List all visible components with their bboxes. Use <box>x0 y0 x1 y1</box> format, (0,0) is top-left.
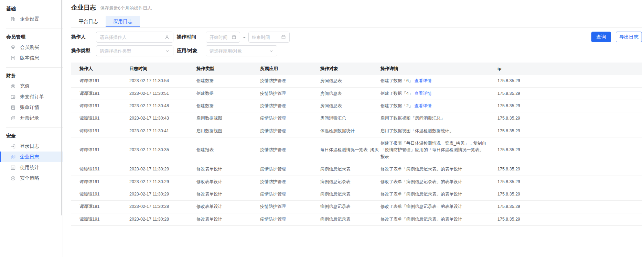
bill-detail-icon <box>10 105 16 110</box>
sidebar-item-invoice-records[interactable]: 开票记录 <box>0 113 63 123</box>
sidebar-scrollbar[interactable] <box>61 0 62 215</box>
cell-detail: 修改了表单「病例信息记录表」的表单设计 <box>372 176 489 188</box>
filter-actions: 查询 导出日志 <box>591 32 642 42</box>
type-select[interactable] <box>96 45 173 56</box>
operator-label: 操作人 <box>71 34 96 40</box>
query-button[interactable]: 查询 <box>591 32 611 42</box>
cell-app: 疫情防护管理 <box>252 163 312 175</box>
sidebar-item-membership-purchase[interactable]: 会员购买 <box>0 42 63 53</box>
sidebar-item-unpaid-orders[interactable]: 未支付订单 <box>0 91 63 102</box>
table-row: 谭谭谭191 2023-02-17 11:30:35 创建报表 疫情防护管理 每… <box>71 137 642 163</box>
detail-text: 创建了数据「6」 <box>380 78 413 83</box>
cell-ip: 175.8.35.29 <box>489 163 642 175</box>
table-row: 谭谭谭191 2023-02-17 11:30:28 修改表单设计 疫情防护管理… <box>71 213 642 226</box>
recharge-icon <box>10 83 16 89</box>
view-details-link[interactable]: 查看详情 <box>414 78 431 83</box>
detail-text: 修改了表单「病例信息记录表」的表单设计 <box>380 217 462 222</box>
sidebar-item-org-settings[interactable]: 企业设置 <box>0 14 63 24</box>
export-logs-button[interactable]: 导出日志 <box>616 32 642 42</box>
sidebar-item-version-info[interactable]: 版本信息 <box>0 53 63 63</box>
cell-detail: 创建了报表「每日体温检测情况一览表_拷贝」，复制自「疫情防护管理」应用的「每日体… <box>372 137 489 163</box>
cell-operation-type: 创建报表 <box>188 144 252 156</box>
cell-object: 体温检测数据统计 <box>312 125 372 137</box>
table-row: 谭谭谭191 2023-02-17 11:30:28 修改表单设计 疫情防护管理… <box>71 201 642 213</box>
cell-operator: 谭谭谭191 <box>71 125 121 137</box>
table-row: 谭谭谭191 2023-02-17 11:30:29 修改表单设计 疫情防护管理… <box>71 176 642 188</box>
login-log-icon <box>10 144 16 149</box>
tabbar: 平台日志 应用日志 <box>71 16 642 27</box>
invoice-record-icon <box>10 115 16 121</box>
cell-operator: 谭谭谭191 <box>71 75 121 87</box>
cell-object: 房间消毒汇总 <box>312 112 372 124</box>
sidebar-item-label: 企业日志 <box>20 154 39 160</box>
detail-text: 修改了表单「病例信息记录表」的表单设计 <box>380 167 462 171</box>
sidebar-item-recharge[interactable]: 充值 <box>0 81 63 91</box>
tab-platform-logs[interactable]: 平台日志 <box>71 16 106 27</box>
sidebar-item-bill-details[interactable]: 账单详情 <box>0 102 63 113</box>
detail-text: 启用了数据视图「体温检测数据统计」 <box>380 128 454 133</box>
detail-text: 修改了表单「病例信息记录表」的表单设计 <box>380 204 462 209</box>
cell-log-time: 2023-02-17 11:30:29 <box>121 188 188 200</box>
detail-text: 启用了数据视图「房间消毒汇总」 <box>380 116 445 121</box>
main-content: 企业日志 保存最近6个月的操作日志 平台日志 应用日志 操作人 操作时间 <box>63 0 644 257</box>
cell-operator: 谭谭谭191 <box>71 201 121 213</box>
cell-ip: 175.8.35.29 <box>489 213 642 225</box>
filter-row-2: 操作类型 应用/对象 <box>71 45 642 56</box>
detail-text: 创建了报表「每日体温检测情况一览表_拷贝」，复制自「疫情防护管理」应用的「每日体… <box>380 141 486 159</box>
cell-object: 病例信息记录表 <box>312 163 372 175</box>
col-object: 操作对象 <box>312 63 372 75</box>
start-time-picker[interactable] <box>206 32 240 43</box>
sidebar-item-usage-stats[interactable]: 使用统计 <box>0 162 63 173</box>
col-detail: 操作详情 <box>372 63 489 75</box>
app-object-select[interactable] <box>206 45 277 56</box>
security-policy-icon <box>10 176 16 181</box>
end-time-picker[interactable] <box>248 32 290 43</box>
view-details-link[interactable]: 查看详情 <box>414 103 431 108</box>
view-details-link[interactable]: 查看详情 <box>414 91 431 96</box>
sidebar-item-label: 版本信息 <box>20 55 39 61</box>
detail-text: 创建了数据「2」 <box>380 103 413 108</box>
cell-operator: 谭谭谭191 <box>71 163 121 175</box>
sidebar-item-label: 充值 <box>20 83 30 89</box>
operator-select[interactable] <box>96 32 173 43</box>
time-range-label: 操作时间 <box>177 34 206 40</box>
cell-log-time: 2023-02-17 11:30:41 <box>121 125 188 137</box>
col-operation-type: 操作类型 <box>188 63 252 75</box>
col-operator: 操作人 <box>71 63 121 75</box>
type-input[interactable] <box>100 48 165 54</box>
cell-app: 疫情防护管理 <box>252 75 312 87</box>
cell-app: 疫情防护管理 <box>252 188 312 200</box>
end-time-input[interactable] <box>252 35 281 40</box>
sidebar-item-enterprise-logs[interactable]: 企业日志 <box>0 152 63 162</box>
cell-log-time: 2023-02-17 11:30:43 <box>121 112 188 124</box>
cell-object: 病例信息记录表 <box>312 176 372 188</box>
col-log-time: 日志时间 <box>121 63 188 75</box>
cell-ip: 175.8.35.29 <box>489 75 642 87</box>
table-row: 谭谭谭191 2023-02-17 11:30:29 修改表单设计 疫情防护管理… <box>71 188 642 201</box>
table-header-row: 操作人 日志时间 操作类型 所属应用 操作对象 操作详情 ip <box>71 63 642 75</box>
cell-operation-type: 修改表单设计 <box>188 201 252 213</box>
cell-object: 房间信息表 <box>312 75 372 87</box>
table-row: 谭谭谭191 2023-02-17 11:30:43 启用数据视图 疫情防护管理… <box>71 112 642 125</box>
app-object-input[interactable] <box>210 48 269 54</box>
cell-operator: 谭谭谭191 <box>71 88 121 100</box>
start-time-input[interactable] <box>210 35 232 40</box>
table-row: 谭谭谭191 2023-02-17 11:30:29 修改表单设计 疫情防护管理… <box>71 163 642 176</box>
cell-object: 房间信息表 <box>312 100 372 112</box>
page-subtitle: 保存最近6个月的操作日志 <box>100 5 152 11</box>
tab-app-logs[interactable]: 应用日志 <box>106 16 140 27</box>
sidebar-item-login-logs[interactable]: 登录日志 <box>0 141 63 152</box>
table-row: 谭谭谭191 2023-02-17 11:30:51 创建数据 疫情防护管理 房… <box>71 88 642 100</box>
cell-operation-type: 创建数据 <box>188 75 252 87</box>
sidebar-section-finance: 财务 <box>0 72 63 79</box>
operator-input[interactable] <box>100 35 164 40</box>
sidebar-item-security-policy[interactable]: 安全策略 <box>0 173 63 183</box>
sidebar-section-security: 安全 <box>0 132 63 139</box>
cell-object: 病例信息记录表 <box>312 188 372 200</box>
cell-log-time: 2023-02-17 11:30:28 <box>121 213 188 225</box>
cell-detail: 修改了表单「病例信息记录表」的表单设计 <box>372 163 489 175</box>
chevron-down-icon <box>269 49 273 53</box>
cell-log-time: 2023-02-17 11:30:35 <box>121 144 188 156</box>
cell-detail: 创建了数据「4」查看详情 <box>372 88 489 100</box>
cell-object: 房间信息表 <box>312 88 372 100</box>
